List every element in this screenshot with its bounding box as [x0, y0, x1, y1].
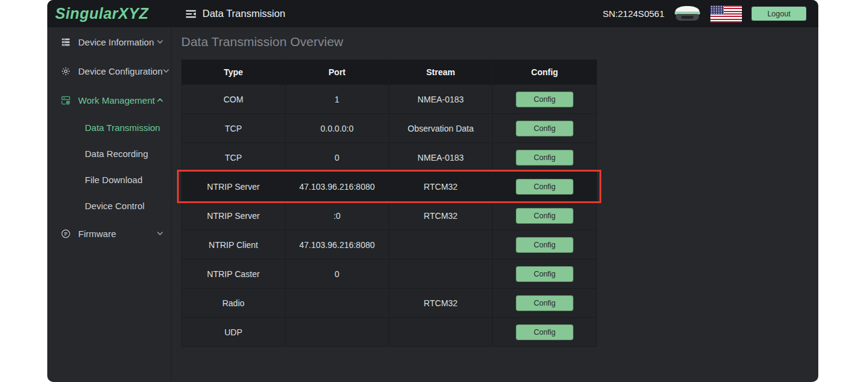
- cell-port: 0.0.0.0:0: [285, 114, 389, 142]
- config-button[interactable]: Config: [516, 208, 573, 224]
- column-header-stream: Stream: [389, 60, 493, 84]
- cell-type: TCP: [182, 114, 285, 142]
- sidebar-subitem-label: Data Transmission: [85, 122, 160, 133]
- cell-config: Config: [493, 201, 596, 230]
- cell-type: COM: [182, 85, 285, 113]
- config-button[interactable]: Config: [516, 237, 573, 253]
- sidebar-item-device-control[interactable]: Device Control: [47, 193, 171, 219]
- sidebar-item-data-transmission[interactable]: Data Transmission: [47, 115, 171, 141]
- chevron-down-icon: [156, 38, 164, 45]
- sidebar-item-device-information[interactable]: Device Information: [47, 27, 171, 56]
- table-row: NTRIP Caster0Config: [182, 259, 596, 288]
- chevron-up-icon: [156, 96, 164, 104]
- stack-icon: [61, 37, 71, 47]
- us-flag-language-icon[interactable]: [710, 5, 742, 22]
- config-button[interactable]: Config: [516, 295, 573, 311]
- cell-stream: [389, 260, 493, 288]
- sidebar-item-firmware[interactable]: Firmware: [47, 219, 171, 248]
- chevron-down-icon: [156, 230, 164, 237]
- cell-stream: RTCM32: [389, 201, 493, 230]
- cell-port: [285, 318, 389, 346]
- sidebar-item-label: Device Information: [78, 37, 156, 47]
- cell-port: 0: [285, 260, 389, 288]
- logout-button[interactable]: Logout: [751, 6, 807, 21]
- cell-type: UDP: [182, 318, 285, 346]
- sidebar-subitem-label: Data Recording: [85, 149, 148, 159]
- cell-config: Config: [493, 289, 596, 317]
- column-header-port: Port: [285, 60, 389, 84]
- cell-config: Config: [493, 85, 596, 113]
- gnss-receiver-icon: [673, 6, 701, 22]
- cell-stream: RTCM32: [389, 289, 493, 317]
- cell-port: 47.103.96.216:8080: [285, 230, 389, 259]
- cell-type: NTRIP Client: [182, 230, 285, 259]
- config-button[interactable]: Config: [516, 150, 573, 166]
- table-row: NTRIP Server:0RTCM32Config: [182, 201, 596, 230]
- cell-port: 1: [285, 85, 389, 113]
- sidebar-item-device-configuration[interactable]: Device Configuration: [47, 56, 171, 85]
- cell-type: NTRIP Caster: [182, 260, 285, 288]
- cell-stream: RTCM32: [389, 172, 493, 201]
- table-row: UDPConfig: [182, 317, 596, 346]
- topbar: SingularXYZ Data Transmission SN:2124S05…: [47, 0, 818, 27]
- config-button[interactable]: Config: [516, 121, 573, 136]
- chevron-down-icon: [162, 67, 170, 75]
- cell-port: 0: [285, 143, 389, 172]
- cell-stream: NMEA-0183: [389, 143, 493, 172]
- app-body: Device InformationDevice ConfigurationWo…: [47, 27, 818, 382]
- fold-menu-icon[interactable]: [185, 8, 197, 20]
- column-header-type: Type: [182, 60, 285, 84]
- sidebar-item-file-download[interactable]: File Download: [47, 167, 171, 193]
- sidebar: Device InformationDevice ConfigurationWo…: [47, 27, 172, 382]
- cell-stream: [389, 318, 493, 346]
- server-gear-icon: [61, 95, 71, 106]
- config-button[interactable]: Config: [516, 92, 573, 107]
- table-row: TCP0.0.0.0:0Observation DataConfig: [182, 113, 596, 142]
- app-window: SingularXYZ Data Transmission SN:2124S05…: [47, 0, 818, 382]
- cell-config: Config: [493, 260, 596, 288]
- cell-port: [285, 289, 389, 317]
- data-transmission-table: TypePortStreamConfigCOM1NMEA-0183ConfigT…: [181, 59, 597, 347]
- config-button[interactable]: Config: [516, 266, 573, 282]
- page-title: Data Transmission: [202, 8, 285, 19]
- serial-number: SN:2124S0561: [603, 8, 664, 19]
- sidebar-subitem-label: File Download: [85, 175, 142, 185]
- table-row: TCP0NMEA-0183Config: [182, 142, 596, 172]
- screenshot-stage: SingularXYZ Data Transmission SN:2124S05…: [0, 0, 868, 382]
- cell-stream: Observation Data: [389, 114, 493, 142]
- table-row: COM1NMEA-0183Config: [182, 84, 596, 113]
- main-content: Data Transmission Overview TypePortStrea…: [172, 27, 818, 382]
- cell-port: 47.103.96.216:8080: [285, 172, 389, 201]
- sidebar-item-label: Firmware: [78, 229, 156, 239]
- cell-type: NTRIP Server: [182, 201, 285, 230]
- config-button[interactable]: Config: [516, 324, 573, 340]
- cell-type: TCP: [182, 143, 285, 172]
- column-header-config: Config: [493, 60, 596, 84]
- cell-config: Config: [493, 172, 596, 201]
- cell-port: :0: [285, 201, 389, 230]
- cell-config: Config: [493, 318, 596, 346]
- cell-type: Radio: [182, 289, 285, 317]
- sidebar-item-work-management[interactable]: Work Management: [47, 85, 171, 115]
- table-row-highlighted: NTRIP Server47.103.96.216:8080RTCM32Conf…: [182, 172, 596, 201]
- table-row: NTRIP Client47.103.96.216:8080Config: [182, 230, 596, 259]
- sidebar-item-label: Work Management: [78, 95, 156, 106]
- cell-stream: [389, 230, 493, 259]
- sidebar-item-data-recording[interactable]: Data Recording: [47, 141, 171, 167]
- cell-config: Config: [493, 143, 596, 172]
- cell-config: Config: [493, 114, 596, 142]
- gear-icon: [61, 66, 71, 76]
- sidebar-item-label: Device Configuration: [78, 66, 162, 76]
- table-header-row: TypePortStreamConfig: [182, 60, 596, 84]
- topbar-right: SN:2124S0561 Logout: [603, 5, 818, 22]
- disc-list-icon: [61, 229, 71, 239]
- page-heading: Data Transmission Overview: [181, 35, 818, 49]
- config-button[interactable]: Config: [516, 179, 573, 195]
- cell-config: Config: [493, 230, 596, 259]
- cell-stream: NMEA-0183: [389, 85, 493, 113]
- sidebar-subitem-label: Device Control: [85, 201, 144, 211]
- logo-zone: SingularXYZ: [47, 5, 172, 22]
- cell-type: NTRIP Server: [182, 172, 285, 201]
- brand-logo: SingularXYZ: [55, 5, 149, 22]
- table-row: RadioRTCM32Config: [182, 288, 596, 317]
